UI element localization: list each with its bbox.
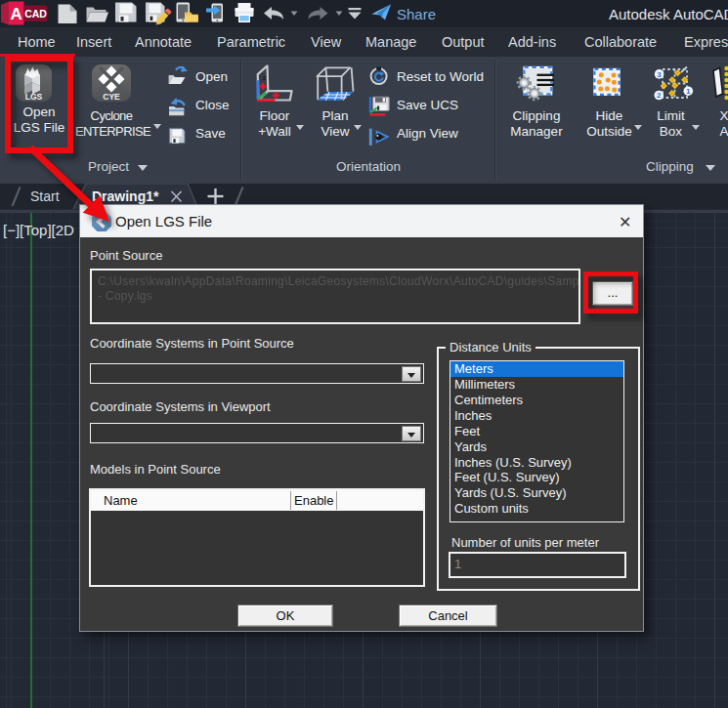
svg-text:A: A — [10, 5, 21, 23]
svg-text:1: 1 — [686, 87, 691, 96]
svg-text:CYE: CYE — [103, 92, 120, 102]
svg-text:3: 3 — [657, 70, 662, 79]
svg-text:CAD: CAD — [24, 8, 47, 20]
svg-text:2: 2 — [657, 91, 662, 100]
svg-text:z: z — [263, 73, 267, 82]
svg-text:LGS: LGS — [25, 92, 43, 102]
